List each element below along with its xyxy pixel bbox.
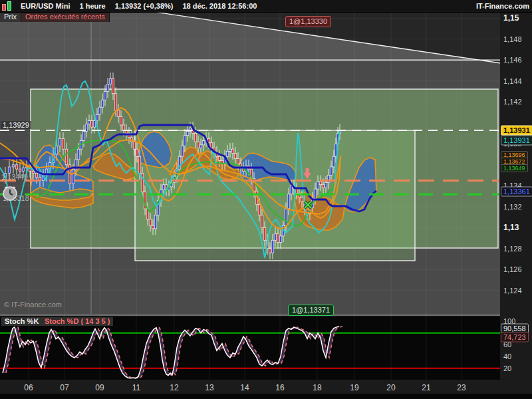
time-tick-label: 23	[457, 383, 466, 392]
price-badge: 1,13931	[501, 136, 532, 146]
tab-recent-orders[interactable]: Ordres exécutés récents	[21, 12, 110, 22]
stoch-tick-label: 20	[503, 364, 511, 372]
bottom-strip	[0, 394, 532, 399]
price-tick-label: 1,146	[503, 56, 522, 64]
stoch-tick-label: 40	[503, 352, 511, 360]
trading-app-window: EUR/USD Mini 1 heure 1,13932 (+0,38%) 18…	[0, 0, 532, 399]
time-tick-label: 13	[205, 383, 213, 392]
time-tick-label: 07	[60, 383, 68, 392]
executed-order-label-top[interactable]: 1@1,13330	[285, 16, 331, 27]
price-tick-label: 1,124	[503, 287, 522, 295]
price-tick-label: 1,148	[503, 35, 522, 43]
symbol-label: EUR/USD Mini	[21, 2, 70, 10]
copyright-watermark: © IT-Finance.com	[4, 301, 62, 309]
tab-price[interactable]: Prix	[0, 12, 21, 22]
price-badge: 1,13931	[501, 126, 532, 136]
time-tick-label: 11	[132, 383, 140, 392]
brand-label: IT-Finance.com	[476, 2, 529, 10]
price-tick-label: 1,13	[503, 223, 519, 232]
time-tick-label: 06	[24, 383, 33, 392]
price-tick-label: 1,128	[503, 245, 522, 253]
stoch-d-label[interactable]: Stoch %D ( 14 3 5 )	[41, 317, 113, 326]
time-tick-label: 12	[170, 383, 178, 392]
stoch-value-badge: 74,723	[501, 332, 529, 342]
chart-canvas[interactable]	[0, 0, 532, 399]
datetime-label: 18 déc. 2018 12:56:00	[182, 2, 257, 10]
candlestick-icon	[2, 1, 11, 11]
price-tick-label: 1,15	[503, 13, 519, 23]
time-tick-label: 16	[275, 383, 284, 392]
price-badge: 1,13649	[501, 164, 528, 172]
time-tick-label: 19	[350, 383, 358, 392]
current-price-left-label: 1,13929	[1, 121, 31, 129]
time-tick-label: 09	[95, 383, 104, 392]
timeframe-label: 1 heure	[80, 2, 106, 10]
price-tick-label: 1,132	[503, 203, 522, 211]
chart-toolbar: Prix Ordres exécutés récents	[0, 12, 110, 22]
price-badge: 1,13361	[501, 187, 532, 197]
time-tick-label: 20	[386, 383, 395, 392]
time-tick-label: 18	[313, 383, 321, 392]
stoch-k-label[interactable]: Stoch %K	[1, 317, 42, 326]
alert-level-upper-label: 1,13449	[1, 173, 28, 181]
last-price-label: 1,13932 (+0,38%)	[115, 2, 174, 10]
time-tick-label: 21	[422, 383, 430, 392]
time-tick-label: 14	[240, 383, 249, 392]
alarm-clock-icon[interactable]	[1, 184, 19, 201]
time-axis[interactable]: 06070911121314161819202123	[0, 380, 532, 394]
price-axis[interactable]: 1,151,1481,1461,1441,1421,1381,1341,1321…	[500, 12, 532, 394]
title-bar: EUR/USD Mini 1 heure 1,13932 (+0,38%) 18…	[0, 0, 532, 13]
executed-order-label-bottom[interactable]: 1@1,13371	[288, 305, 334, 316]
price-tick-label: 1,144	[503, 77, 522, 85]
price-tick-label: 1,126	[503, 265, 522, 273]
price-tick-label: 1,142	[503, 98, 522, 106]
